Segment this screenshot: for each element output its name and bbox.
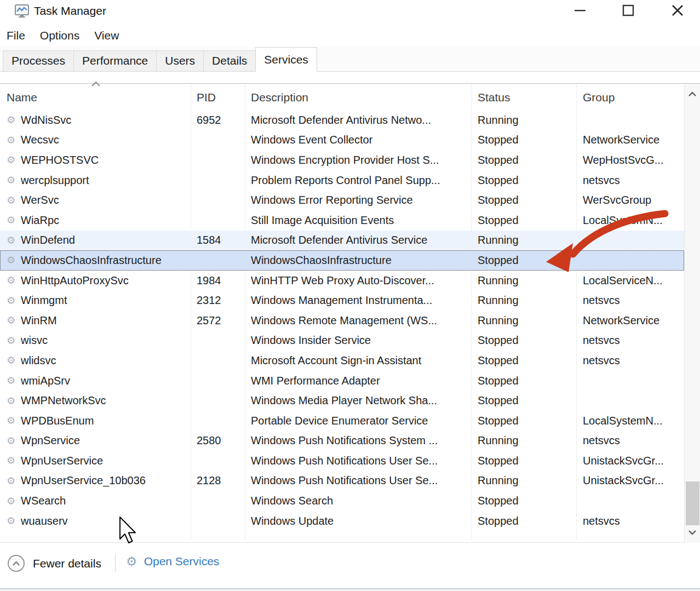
- collapse-circle-icon: [8, 555, 25, 572]
- service-status: Stopped: [471, 214, 576, 227]
- service-row[interactable]: ⚙ WEPHOSTSVC Windows Encryption Provider…: [0, 150, 684, 170]
- service-gear-icon: ⚙: [7, 196, 21, 205]
- service-description: Windows Search: [245, 495, 471, 507]
- service-group: LocalSystemN...: [576, 214, 684, 227]
- service-row[interactable]: ⚙ WindowsChaosInfrastructure WindowsChao…: [0, 250, 684, 271]
- service-row[interactable]: ⚙ wlidsvc Microsoft Account Sign-in Assi…: [0, 351, 684, 371]
- column-header-description[interactable]: Description: [245, 91, 471, 104]
- service-pid: 6952: [191, 114, 245, 127]
- service-row[interactable]: ⚙ WpnUserService Windows Push Notificati…: [0, 451, 684, 471]
- service-name: wmiApSrv: [21, 375, 70, 387]
- service-row[interactable]: ⚙ WinHttpAutoProxySvc 1984 WinHTTP Web P…: [0, 271, 684, 291]
- service-group: LocalSystemN...: [576, 415, 684, 427]
- service-name: WiaRpc: [21, 214, 59, 227]
- service-status: Stopped: [471, 415, 576, 427]
- service-name: WinHttpAutoProxySvc: [21, 274, 129, 287]
- service-row[interactable]: ⚙ WSearch Windows Search Stopped: [0, 491, 684, 511]
- service-status: Running: [471, 314, 576, 327]
- service-row[interactable]: ⚙ wmiApSrv WMI Performance Adapter Stopp…: [0, 371, 684, 391]
- tab-users[interactable]: Users: [156, 50, 204, 71]
- service-status: Stopped: [471, 455, 576, 467]
- service-row[interactable]: ⚙ WMPNetworkSvc Windows Media Player Net…: [0, 391, 684, 411]
- open-services-link[interactable]: ⚙ Open Services: [126, 555, 219, 568]
- service-gear-icon: ⚙: [7, 155, 21, 165]
- service-status: Stopped: [471, 354, 576, 367]
- task-manager-app-icon: [14, 3, 30, 19]
- service-row[interactable]: ⚙ wuauserv Windows Update Stopped netsvc…: [0, 511, 684, 531]
- service-description: Windows Error Reporting Service: [245, 194, 471, 206]
- service-gear-icon: ⚙: [7, 255, 21, 265]
- column-header-pid[interactable]: PID: [191, 91, 245, 104]
- service-name: wercplsupport: [21, 174, 89, 187]
- service-description: WMI Performance Adapter: [245, 375, 471, 387]
- service-row[interactable]: ⚙ WiaRpc Still Image Acquisition Events …: [0, 210, 684, 231]
- close-button[interactable]: [663, 0, 692, 21]
- service-status: Running: [471, 434, 576, 447]
- service-status: Stopped: [471, 134, 576, 146]
- service-gear-icon: ⚙: [7, 336, 21, 346]
- service-group: UnistackSvcGr...: [576, 474, 684, 487]
- footer-divider: [115, 555, 116, 572]
- service-pid: 2128: [191, 474, 245, 487]
- service-gear-icon: ⚙: [7, 355, 21, 365]
- service-description: Windows Management Instrumenta...: [245, 294, 471, 307]
- service-name: WpnService: [21, 434, 80, 447]
- service-row[interactable]: ⚙ wisvc Windows Insider Service Stopped …: [0, 331, 684, 351]
- service-gear-icon: ⚙: [7, 476, 21, 486]
- service-gear-icon: ⚙: [7, 236, 21, 245]
- service-gear-icon: ⚙: [7, 276, 21, 285]
- column-header-group[interactable]: Group: [576, 91, 684, 104]
- service-row[interactable]: ⚙ wercplsupport Problem Reports Control …: [0, 170, 684, 191]
- maximize-button[interactable]: [613, 0, 643, 21]
- service-group: netsvcs: [576, 174, 684, 187]
- service-group: WerSvcGroup: [576, 194, 684, 206]
- service-description: Microsoft Defender Antivirus Service: [245, 234, 471, 246]
- service-name: WerSvc: [21, 194, 59, 206]
- service-pid: 1584: [191, 234, 245, 246]
- service-group: WepHostSvcG...: [576, 154, 684, 167]
- vertical-scrollbar[interactable]: [684, 84, 700, 543]
- service-gear-icon: ⚙: [7, 376, 21, 386]
- service-row[interactable]: ⚙ WinRM 2572 Windows Remote Management (…: [0, 311, 684, 331]
- menu-options[interactable]: Options: [40, 27, 79, 44]
- service-status: Stopped: [471, 194, 576, 206]
- title-bar: Task Manager: [0, 0, 700, 23]
- service-row[interactable]: ⚙ WinDefend 1584 Microsoft Defender Anti…: [0, 231, 684, 251]
- table-header: Name PID Description Status Group: [0, 84, 684, 110]
- service-gear-icon: ⚙: [7, 115, 21, 125]
- column-header-status[interactable]: Status: [471, 91, 576, 104]
- service-row[interactable]: ⚙ WerSvc Windows Error Reporting Service…: [0, 190, 684, 210]
- service-status: Stopped: [471, 515, 576, 527]
- service-row[interactable]: ⚙ Wecsvc Windows Event Collector Stopped…: [0, 130, 684, 151]
- service-pid: 2312: [191, 294, 245, 307]
- fewer-details-button[interactable]: Fewer details: [8, 555, 101, 572]
- scrollbar-up-button[interactable]: [685, 85, 700, 102]
- tab-services[interactable]: Services: [255, 47, 317, 72]
- service-group: NetworkService: [576, 314, 684, 327]
- tab-processes[interactable]: Processes: [3, 50, 74, 71]
- tab-performance[interactable]: Performance: [73, 50, 157, 71]
- service-status: Running: [471, 294, 576, 307]
- service-gear-icon: ⚙: [7, 436, 21, 446]
- chevron-down-icon: [688, 530, 697, 535]
- fewer-details-label: Fewer details: [33, 557, 101, 570]
- chevron-up-icon: [12, 561, 20, 566]
- menu-view[interactable]: View: [94, 27, 119, 44]
- menu-bar: File Options View: [0, 24, 700, 47]
- service-row[interactable]: ⚙ WdNisSvc 6952 Microsoft Defender Antiv…: [0, 110, 684, 130]
- column-header-name[interactable]: Name: [0, 91, 191, 104]
- service-row[interactable]: ⚙ WpnUserService_10b036 2128 Windows Pus…: [0, 471, 684, 491]
- tab-details[interactable]: Details: [203, 50, 256, 71]
- service-row[interactable]: ⚙ Winmgmt 2312 Windows Management Instru…: [0, 290, 684, 311]
- service-name: WPDBusEnum: [21, 415, 94, 427]
- service-description: Windows Media Player Network Sha...: [245, 394, 471, 407]
- scrollbar-thumb[interactable]: [686, 481, 699, 525]
- menu-file[interactable]: File: [7, 27, 25, 44]
- service-gear-icon: ⚙: [7, 175, 21, 185]
- service-row[interactable]: ⚙ WpnService 2580 Windows Push Notificat…: [0, 431, 684, 451]
- minimize-button[interactable]: [565, 0, 595, 21]
- service-status: Running: [471, 114, 576, 127]
- service-row[interactable]: ⚙ WPDBusEnum Portable Device Enumerator …: [0, 411, 684, 431]
- scrollbar-down-button[interactable]: [685, 524, 700, 541]
- service-description: Windows Insider Service: [245, 334, 471, 347]
